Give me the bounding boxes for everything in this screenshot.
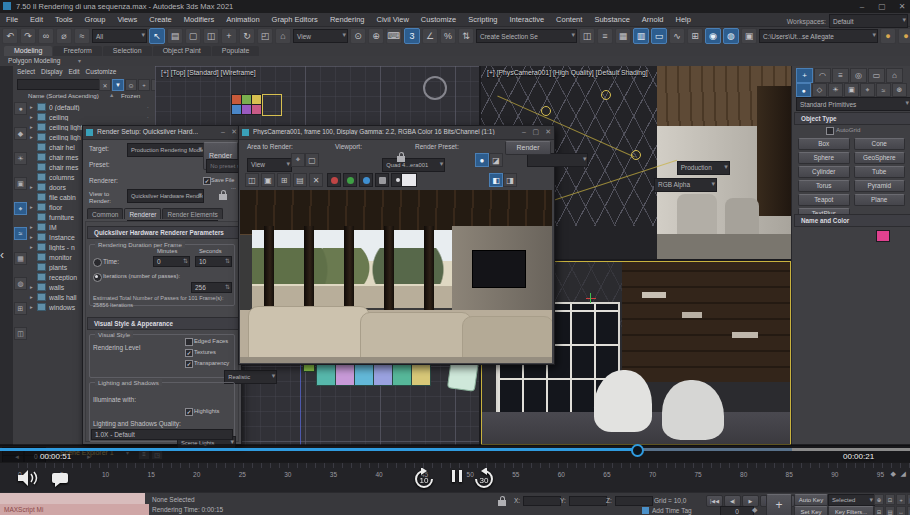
visual-style-rollout[interactable]: Visual Style & Appearance xyxy=(87,317,243,330)
key-mode-toggle-icon[interactable]: ◆ xyxy=(752,506,757,514)
systems-category-icon[interactable]: ⊛ xyxy=(892,83,907,97)
object-type-button[interactable]: Torus xyxy=(798,180,850,192)
menu-item[interactable]: Scripting xyxy=(462,13,503,26)
named-selection-sets-field[interactable]: Create Selection Se xyxy=(476,29,577,43)
clear-image-icon[interactable]: ✕ xyxy=(309,173,323,187)
polygon-modeling-panel[interactable]: Polygon Modeling xyxy=(8,57,60,64)
select-and-place-icon[interactable]: ⌂ xyxy=(275,28,291,44)
expand-arrow-icon[interactable]: ▸ xyxy=(30,204,37,210)
quicksilver-parameters-rollout[interactable]: Quicksilver Hardware Renderer Parameters xyxy=(87,226,243,239)
selection-filter-dropdown[interactable]: All xyxy=(92,29,147,43)
ribbon-tab[interactable]: Populate xyxy=(212,46,260,56)
menu-item[interactable]: Help xyxy=(670,13,697,26)
green-channel-icon[interactable] xyxy=(343,173,357,187)
rfw-render-button[interactable]: Render xyxy=(505,141,551,155)
environment-icon[interactable]: ◪ xyxy=(489,153,503,167)
scene-explorer-menu-item[interactable]: Customize xyxy=(86,68,117,75)
select-and-rotate-icon[interactable]: ↻ xyxy=(239,28,255,44)
print-image-icon[interactable]: ▤ xyxy=(293,173,307,187)
layer-row[interactable]: ▸ ceiling · xyxy=(28,112,154,122)
light-gizmo-icon[interactable] xyxy=(601,90,611,100)
lock-view-icon[interactable] xyxy=(219,194,227,200)
expand-arrow-icon[interactable]: ▸ xyxy=(30,234,37,240)
align-icon[interactable]: ≡ xyxy=(597,28,613,44)
keyboard-override-icon[interactable]: ⌨ xyxy=(386,28,402,44)
autogrid-checkbox[interactable] xyxy=(826,127,834,135)
time-radio[interactable] xyxy=(93,258,102,267)
expand-arrow-icon[interactable]: ▸ xyxy=(30,284,37,290)
select-and-link-icon[interactable]: ∞ xyxy=(38,28,54,44)
orbit-icon[interactable]: ↔ xyxy=(896,506,906,515)
display-shapes-icon[interactable]: ◆ xyxy=(14,127,27,140)
zoom-extents-icon[interactable]: ⊟ xyxy=(874,506,884,515)
object-color-swatch[interactable] xyxy=(876,230,890,242)
scene-explorer-menu-item[interactable]: Edit xyxy=(68,68,79,75)
y-coordinate-field[interactable] xyxy=(569,496,607,506)
motion-tab-icon[interactable]: ◎ xyxy=(850,68,867,83)
unlink-selection-icon[interactable]: ⌀ xyxy=(56,28,72,44)
render-settings-icon[interactable]: ● xyxy=(475,153,489,167)
iterations-spinner[interactable]: 256 xyxy=(191,282,232,293)
copy-image-icon[interactable]: ▣ xyxy=(261,173,275,187)
render-mode-dropdown[interactable]: Production xyxy=(677,161,730,175)
area-to-render-dropdown[interactable]: View xyxy=(247,158,292,172)
maxscript-mini-listener[interactable]: MAXScript Mi xyxy=(0,493,145,515)
display-lights-icon[interactable]: ☀ xyxy=(14,152,27,165)
expand-arrow-icon[interactable]: ▸ xyxy=(30,104,37,110)
transparency-checkbox[interactable] xyxy=(185,360,193,368)
select-object-icon[interactable]: ↖ xyxy=(149,28,165,44)
highlights-checkbox[interactable] xyxy=(185,408,193,416)
lock-explorer-icon[interactable]: ⊙ xyxy=(125,79,137,91)
render-iterative-icon[interactable]: ● xyxy=(898,28,910,44)
display-objects-icon[interactable]: ◫ xyxy=(14,327,27,340)
shapes-category-icon[interactable]: ◇ xyxy=(812,83,827,97)
save-file-checkbox[interactable] xyxy=(203,177,211,185)
expand-arrow-icon[interactable]: ▸ xyxy=(30,304,37,310)
primitive-category-dropdown[interactable]: Standard Primitives xyxy=(796,97,910,111)
window-crossing-icon[interactable]: ◫ xyxy=(203,28,219,44)
target-dropdown[interactable]: Production Rendering Mode xyxy=(127,143,204,157)
viewport-dropdown[interactable]: Quad 4...era001 xyxy=(382,158,445,172)
viewport-camera-label[interactable]: [+] [PhysCamera001] [High Quality] [Defa… xyxy=(487,69,648,76)
name-and-color-rollout[interactable]: Name and Color xyxy=(794,214,910,227)
x-coordinate-field[interactable] xyxy=(523,496,561,506)
volume-icon[interactable] xyxy=(18,470,40,488)
pan-icon[interactable]: + xyxy=(896,494,906,505)
zoom-all-icon[interactable]: ▤ xyxy=(885,506,895,515)
search-input[interactable] xyxy=(17,79,103,90)
track-bar-key-icon[interactable]: ◆ xyxy=(891,470,896,478)
spinner-snap-icon[interactable]: ⇅ xyxy=(458,28,474,44)
object-type-button[interactable]: Teapot xyxy=(798,194,850,206)
forward-30-icon[interactable]: 30 xyxy=(472,468,496,490)
render-setup-title-bar[interactable]: Render Setup: Quicksilver Hard... – ✕ xyxy=(83,126,241,140)
menu-item[interactable]: Edit xyxy=(24,13,49,26)
render-production-icon[interactable]: ● xyxy=(880,28,896,44)
project-folder-dropdown[interactable]: C:\Users\Ut...se Allegate xyxy=(759,29,878,43)
percent-snap-icon[interactable]: % xyxy=(440,28,456,44)
filter-icon[interactable]: ▼ xyxy=(112,79,124,91)
edged-faces-checkbox[interactable] xyxy=(185,338,193,346)
select-and-manipulate-icon[interactable]: ⊕ xyxy=(368,28,384,44)
column-header-frozen[interactable]: Frozen xyxy=(121,92,140,99)
renderer-dropdown[interactable]: Quicksilver Hardware Rendere xyxy=(127,189,204,203)
lock-viewport-icon[interactable] xyxy=(397,156,405,162)
browse-button[interactable]: ... xyxy=(231,184,236,190)
time-minutes-spinner[interactable]: 0 xyxy=(153,256,190,267)
schematic-view-icon[interactable]: ⊞ xyxy=(687,28,703,44)
menu-item[interactable]: Graph Editors xyxy=(266,13,324,26)
expand-arrow-icon[interactable]: ▸ xyxy=(30,134,37,140)
menu-item[interactable]: Modifiers xyxy=(178,13,220,26)
resize-handle-icon[interactable]: ◢ xyxy=(901,470,906,478)
monochrome-channel-icon[interactable] xyxy=(375,173,389,187)
redo-icon[interactable]: ↷ xyxy=(20,28,36,44)
object-type-button[interactable]: Pyramid xyxy=(854,180,906,192)
lighting-quality-field[interactable]: 1.0X - Default xyxy=(91,429,233,440)
chat-icon[interactable] xyxy=(52,473,68,489)
channel-display-dropdown[interactable]: RGB Alpha xyxy=(654,178,717,192)
close-window-icon[interactable]: ✕ xyxy=(894,2,910,11)
viewport-top-label[interactable]: [+] [Top] [Standard] [Wireframe] xyxy=(161,69,256,76)
expand-arrow-icon[interactable]: ▸ xyxy=(30,184,37,190)
display-helpers-icon[interactable]: ⌖ xyxy=(14,202,27,215)
menu-item[interactable]: Rendering xyxy=(324,13,371,26)
background-color-swatch[interactable] xyxy=(401,173,417,187)
